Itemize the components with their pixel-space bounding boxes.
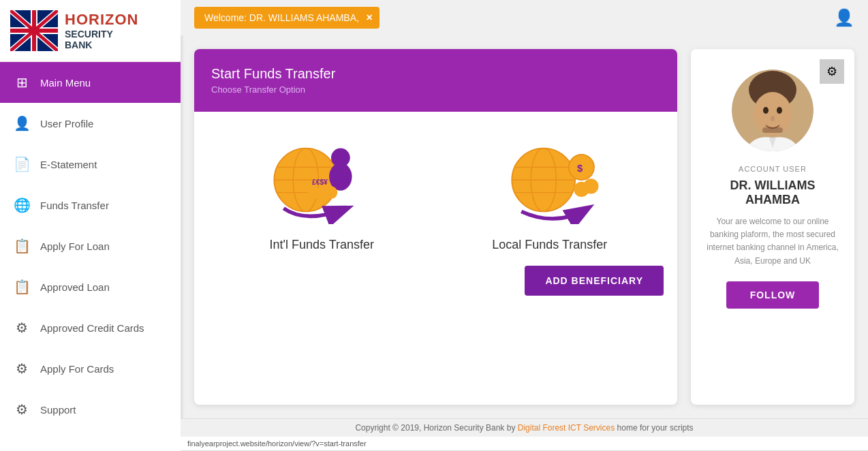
sidebar-item-support[interactable]: ⚙ Support bbox=[0, 389, 181, 430]
footer-text-after: home for your scripts bbox=[615, 423, 693, 433]
logo-horizon: HORIZON bbox=[65, 11, 138, 29]
logo-flag bbox=[10, 10, 58, 51]
logo-text: HORIZON SECURITY BANK bbox=[65, 11, 138, 50]
card-header: Start Funds Transfer Choose Transfer Opt… bbox=[194, 49, 677, 112]
logo-security: SECURITY bbox=[65, 29, 138, 40]
sidebar-item-funds-transfer[interactable]: 🌐 Funds Transfer bbox=[0, 185, 181, 226]
profile-description: Your are welcome to our online banking p… bbox=[704, 215, 841, 268]
file-icon: 📄 bbox=[14, 156, 30, 172]
intl-transfer-option[interactable]: £€$¥ Int'l Funds Transfer bbox=[208, 132, 436, 252]
local-transfer-label: Local Funds Transfer bbox=[492, 238, 607, 252]
intl-transfer-label: Int'l Funds Transfer bbox=[269, 238, 374, 252]
gear-person-icon-cards: ⚙ bbox=[14, 320, 30, 336]
welcome-badge: Welcome: DR. WILLIAMS AHAMBA, × bbox=[194, 7, 379, 29]
settings-button[interactable]: ⚙ bbox=[820, 59, 844, 84]
url-bar: finalyearproject.website/horizon/view/?v… bbox=[181, 437, 868, 451]
top-user-icon[interactable]: 👤 bbox=[834, 8, 854, 27]
sidebar-item-approved-loan[interactable]: 📋 Approved Loan bbox=[0, 266, 181, 307]
svg-point-18 bbox=[325, 186, 338, 199]
top-bar: Welcome: DR. WILLIAMS AHAMBA, × 👤 bbox=[181, 0, 868, 35]
main-card: Start Funds Transfer Choose Transfer Opt… bbox=[194, 49, 677, 405]
nav-label-approved-credit-cards: Approved Credit Cards bbox=[40, 322, 144, 334]
nav-label-apply-for-cards: Apply For Cards bbox=[40, 363, 114, 375]
svg-text:£€$¥: £€$¥ bbox=[312, 178, 328, 186]
local-transfer-option[interactable]: $ Local Funds Transfer bbox=[436, 132, 664, 252]
svg-point-32 bbox=[763, 107, 769, 114]
card-header-title: Start Funds Transfer bbox=[211, 66, 660, 82]
local-transfer-image: $ bbox=[482, 132, 618, 228]
sidebar-item-e-statement[interactable]: 📄 E-Statement bbox=[0, 144, 181, 185]
svg-point-28 bbox=[583, 178, 598, 193]
svg-point-33 bbox=[777, 107, 782, 114]
add-beneficiary-area: ADD BENEFICIARY bbox=[194, 266, 677, 316]
nav-label-support: Support bbox=[40, 404, 76, 416]
nav-label-funds-transfer: Funds Transfer bbox=[40, 200, 109, 211]
person-support-icon: ⚙ bbox=[14, 401, 30, 418]
footer-link[interactable]: Digital Forest ICT Services bbox=[518, 423, 615, 433]
sidebar-item-approved-credit-cards[interactable]: ⚙ Approved Credit Cards bbox=[0, 307, 181, 348]
grid-icon: ⊞ bbox=[14, 74, 30, 91]
close-welcome-button[interactable]: × bbox=[367, 12, 373, 24]
svg-rect-35 bbox=[762, 127, 783, 133]
svg-text:$: $ bbox=[577, 163, 583, 174]
transfer-options: £€$¥ Int'l Funds Transfer bbox=[194, 112, 677, 266]
nav-label-user-profile: User Profile bbox=[40, 118, 93, 129]
nav-label-main-menu: Main Menu bbox=[40, 77, 91, 89]
nav-label-apply-for-loan: Apply For Loan bbox=[40, 240, 110, 252]
logo-bank: BANK bbox=[65, 40, 138, 50]
svg-point-34 bbox=[771, 116, 775, 121]
footer: Copyright © 2019, Horizon Security Bank … bbox=[181, 418, 868, 437]
logo-area: HORIZON SECURITY BANK bbox=[0, 0, 181, 62]
globe-icon: 🌐 bbox=[14, 197, 30, 213]
file-text-icon-approved: 📋 bbox=[14, 279, 30, 295]
follow-button[interactable]: FOLLOW bbox=[726, 281, 820, 309]
sidebar: HORIZON SECURITY BANK ⊞ Main Menu 👤 User… bbox=[0, 0, 181, 451]
welcome-text: Welcome: DR. WILLIAMS AHAMBA, bbox=[204, 12, 359, 23]
nav-label-approved-loan: Approved Loan bbox=[40, 281, 110, 293]
file-text-icon-loan: 📋 bbox=[14, 238, 30, 254]
sidebar-item-user-profile[interactable]: 👤 User Profile bbox=[0, 103, 181, 144]
gear-person-icon-apply: ⚙ bbox=[14, 360, 30, 377]
sidebar-item-apply-for-cards[interactable]: ⚙ Apply For Cards bbox=[0, 348, 181, 389]
person-icon: 👤 bbox=[14, 115, 30, 131]
profile-role: ACCOUNT USER bbox=[739, 165, 807, 173]
content-area: Start Funds Transfer Choose Transfer Opt… bbox=[181, 35, 868, 418]
sidebar-item-apply-for-loan[interactable]: 📋 Apply For Loan bbox=[0, 226, 181, 266]
card-header-subtitle: Choose Transfer Option bbox=[211, 84, 660, 95]
url-text: finalyearproject.website/horizon/view/?v… bbox=[187, 439, 367, 448]
profile-name: DR. WILLIAMS AHAMBA bbox=[704, 178, 841, 207]
sidebar-item-main-menu[interactable]: ⊞ Main Menu bbox=[0, 62, 181, 103]
nav-label-e-statement: E-Statement bbox=[40, 159, 97, 170]
svg-point-19 bbox=[308, 186, 321, 199]
intl-transfer-image: £€$¥ bbox=[253, 132, 390, 228]
footer-text-before: Copyright © 2019, Horizon Security Bank … bbox=[355, 423, 517, 433]
add-beneficiary-button[interactable]: ADD BENEFICIARY bbox=[525, 266, 664, 296]
avatar bbox=[732, 69, 813, 151]
profile-card: ⚙ bbox=[691, 49, 854, 405]
